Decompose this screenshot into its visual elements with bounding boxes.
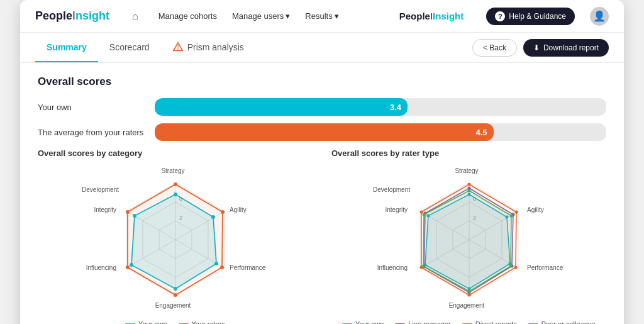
logo-people: People bbox=[35, 9, 72, 23]
radar-chart-right: 2 0 bbox=[369, 164, 570, 315]
chart-right: Overall scores by rater type bbox=[331, 148, 606, 324]
bar-fill-raters: 4.5 bbox=[155, 123, 494, 141]
svg-text:Agility: Agility bbox=[230, 206, 247, 213]
svg-text:Engagement: Engagement bbox=[155, 302, 191, 309]
chart-right-wrap: 2 0 bbox=[331, 164, 606, 315]
score-row-raters: The average from your raters 4.5 bbox=[38, 123, 606, 141]
bar-fill-own: 3.4 bbox=[155, 98, 408, 116]
svg-point-72 bbox=[422, 213, 425, 216]
svg-point-67 bbox=[467, 189, 470, 193]
legend-own-label: Your own bbox=[138, 320, 167, 324]
help-icon: ? bbox=[495, 11, 505, 21]
score-label-own: Your own bbox=[38, 103, 145, 112]
svg-point-21 bbox=[174, 182, 177, 186]
svg-marker-20 bbox=[128, 184, 223, 295]
logo-right: PeopleIInsight bbox=[399, 11, 464, 21]
main-content: Overall scores Your own 3.4 The average … bbox=[20, 63, 624, 324]
svg-point-71 bbox=[421, 265, 425, 268]
tab-scorecard[interactable]: Scorecard bbox=[98, 33, 161, 62]
svg-text:Influencing: Influencing bbox=[86, 264, 116, 271]
bar-track-own: 3.4 bbox=[155, 98, 606, 116]
tab-actions: < Back ⬇ Download report bbox=[472, 39, 609, 57]
home-icon[interactable]: ⌂ bbox=[132, 11, 138, 22]
legend-peer: Peer or colleague bbox=[528, 320, 596, 324]
svg-point-61 bbox=[514, 211, 518, 214]
svg-point-60 bbox=[467, 183, 470, 186]
legend-raters: Your raters bbox=[179, 320, 225, 324]
svg-text:Development: Development bbox=[373, 186, 410, 193]
nav-manage-users[interactable]: Manage users ▾ bbox=[232, 11, 290, 21]
svg-point-22 bbox=[221, 210, 225, 214]
legend-peer-label: Peer or colleague bbox=[541, 320, 596, 324]
svg-text:Strategy: Strategy bbox=[161, 167, 184, 174]
svg-point-69 bbox=[509, 265, 512, 268]
chart-left-wrap: 2 0 bbox=[38, 164, 313, 315]
svg-point-63 bbox=[467, 294, 470, 297]
svg-point-26 bbox=[126, 210, 130, 214]
legend-own-right: Your own bbox=[342, 320, 384, 324]
main-window: PeopleInsight ⌂ Manage cohorts Manage us… bbox=[20, 0, 624, 324]
score-row-own: Your own 3.4 bbox=[38, 98, 606, 116]
chart-right-title: Overall scores by rater type bbox=[331, 148, 606, 158]
help-label: Help & Guidance bbox=[509, 12, 566, 21]
svg-text:Integrity: Integrity bbox=[94, 206, 116, 213]
tab-summary[interactable]: Summary bbox=[35, 33, 98, 62]
svg-point-23 bbox=[220, 265, 224, 269]
logo-left: PeopleInsight bbox=[35, 9, 109, 23]
help-button[interactable]: ? Help & Guidance bbox=[486, 8, 575, 25]
tabs-bar: Summary Scorecard Prism analysis < Back … bbox=[20, 33, 624, 63]
svg-text:Agility: Agility bbox=[527, 206, 544, 213]
navbar: PeopleInsight ⌂ Manage cohorts Manage us… bbox=[20, 0, 624, 33]
download-icon: ⬇ bbox=[533, 43, 540, 52]
chart-left: Overall scores by category bbox=[38, 148, 313, 324]
back-button[interactable]: < Back bbox=[472, 39, 517, 57]
bar-track-raters: 4.5 bbox=[155, 123, 606, 141]
download-button[interactable]: ⬇ Download report bbox=[523, 39, 609, 57]
prism-icon bbox=[172, 42, 184, 53]
svg-text:Integrity: Integrity bbox=[385, 206, 408, 213]
score-value-raters: 4.5 bbox=[475, 128, 487, 137]
prism-label: Prism analysis bbox=[187, 42, 244, 52]
download-label: Download report bbox=[543, 43, 599, 52]
svg-point-25 bbox=[126, 265, 130, 269]
svg-point-24 bbox=[174, 293, 177, 297]
svg-point-70 bbox=[467, 290, 470, 293]
chart-left-legend: Your own Your raters bbox=[38, 320, 313, 324]
user-avatar[interactable]: 👤 bbox=[590, 7, 609, 26]
logo-insight: nsight bbox=[75, 9, 109, 23]
chart-right-legend: Your own Line manager Direct reports Pee… bbox=[331, 320, 606, 324]
score-value-own: 3.4 bbox=[390, 103, 401, 112]
legend-own-right-label: Your own bbox=[355, 320, 384, 324]
charts-section: Overall scores by category bbox=[38, 148, 606, 324]
svg-text:Strategy: Strategy bbox=[455, 167, 478, 174]
overall-scores-title: Overall scores bbox=[38, 75, 606, 88]
chart-left-title: Overall scores by category bbox=[38, 148, 313, 158]
legend-own: Your own bbox=[125, 320, 167, 324]
svg-point-62 bbox=[514, 266, 517, 269]
svg-text:Performance: Performance bbox=[230, 264, 266, 271]
score-label-raters: The average from your raters bbox=[38, 128, 145, 137]
legend-raters-label: Your raters bbox=[192, 320, 225, 324]
svg-text:Development: Development bbox=[82, 186, 119, 193]
nav-manage-cohorts[interactable]: Manage cohorts bbox=[158, 11, 217, 21]
svg-point-65 bbox=[419, 211, 423, 214]
nav-results[interactable]: Results ▾ bbox=[305, 11, 338, 21]
legend-linemanager-label: Line manager bbox=[408, 320, 450, 324]
radar-chart-left: 2 0 bbox=[87, 164, 264, 315]
legend-directreports-label: Direct reports bbox=[475, 320, 517, 324]
legend-directreports: Direct reports bbox=[462, 320, 517, 324]
tab-prism-analysis[interactable]: Prism analysis bbox=[161, 33, 255, 63]
svg-point-68 bbox=[509, 215, 513, 218]
svg-text:Engagement: Engagement bbox=[448, 302, 484, 309]
svg-text:Influencing: Influencing bbox=[377, 264, 407, 271]
legend-linemanager: Line manager bbox=[395, 320, 450, 324]
svg-text:Performance: Performance bbox=[527, 264, 564, 271]
